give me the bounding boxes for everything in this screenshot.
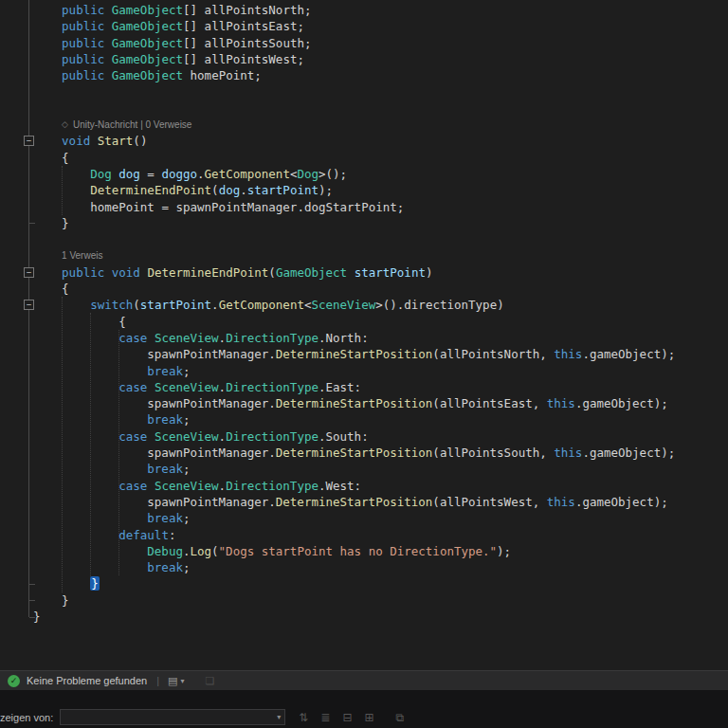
check-circle-icon: ✓: [8, 675, 20, 687]
ide-window: − − − public GameObject[] allPointsNorth…: [0, 0, 728, 728]
toolbar-icons: ⇅≣⊟⊞⧉: [299, 711, 404, 724]
show-from-label: zeigen von:: [0, 712, 53, 723]
bottom-panel: zeigen von: ▾ ⇅≣⊟⊞⧉: [0, 690, 728, 728]
code-line[interactable]: public GameObject homePoint;: [33, 67, 728, 83]
code-line[interactable]: spawnPointManager.DetermineStartPosition…: [33, 346, 728, 362]
code-line[interactable]: default:: [33, 527, 728, 543]
code-line[interactable]: spawnPointManager.DetermineStartPosition…: [33, 445, 728, 461]
sort-icon[interactable]: ⇅: [299, 711, 308, 724]
view-options-icon[interactable]: ▤: [168, 675, 177, 687]
chevron-down-icon: ▾: [277, 713, 281, 721]
codelens[interactable]: ◇Unity-Nachricht | 0 Verweise: [33, 117, 728, 133]
code-line-blank[interactable]: [33, 83, 728, 100]
code-line[interactable]: }: [33, 575, 728, 592]
code-line[interactable]: break;: [33, 363, 728, 379]
code-line[interactable]: public void DetermineEndPoint(GameObject…: [33, 264, 728, 281]
code-line[interactable]: case SceneView.DirectionType.North:: [33, 330, 728, 346]
expand-all-icon[interactable]: ⊞: [364, 711, 373, 724]
code-line[interactable]: void Start(): [33, 133, 728, 149]
problems-bar: ✓ Keine Probleme gefunden | ▤ ▾ ❏: [0, 670, 728, 690]
code-line[interactable]: case SceneView.DirectionType.West:: [33, 478, 728, 494]
code-line[interactable]: {: [33, 150, 728, 166]
codelens[interactable]: 1 Verweis: [33, 247, 728, 264]
problems-status-text[interactable]: Keine Probleme gefunden: [27, 675, 147, 686]
list-view-icon[interactable]: ≣: [320, 711, 330, 724]
code-line[interactable]: public GameObject[] allPointsNorth;: [33, 2, 728, 18]
collapse-all-icon[interactable]: ⊟: [342, 711, 352, 724]
chevron-down-icon[interactable]: ▾: [180, 677, 184, 685]
code-line[interactable]: break;: [33, 461, 728, 477]
code-line[interactable]: case SceneView.DirectionType.South:: [33, 428, 728, 445]
code-line-blank[interactable]: [33, 231, 728, 247]
dock-panel-icon[interactable]: ⧉: [396, 711, 405, 724]
code-line[interactable]: Dog dog = doggo.GetComponent<Dog>();: [33, 166, 728, 182]
code-line-blank[interactable]: [33, 100, 728, 117]
code-line[interactable]: Debug.Log("Dogs startPoint has no Direct…: [33, 543, 728, 559]
code-line[interactable]: public GameObject[] allPointsEast;: [33, 18, 728, 34]
code-line[interactable]: }: [33, 592, 728, 609]
code-line[interactable]: spawnPointManager.DetermineStartPosition…: [33, 494, 728, 510]
code-line[interactable]: break;: [33, 510, 728, 526]
code-line[interactable]: switch(startPoint.GetComponent<SceneView…: [33, 297, 728, 313]
bottom-toolbar: zeigen von: ▾ ⇅≣⊟⊞⧉: [0, 709, 728, 725]
code-line[interactable]: public GameObject[] allPointsWest;: [33, 51, 728, 67]
code-area: public GameObject[] allPointsNorth;publi…: [33, 2, 728, 625]
code-line[interactable]: {: [33, 281, 728, 297]
code-line[interactable]: case SceneView.DirectionType.East:: [33, 379, 728, 395]
code-line[interactable]: homePoint = spawnPointManager.dogStartPo…: [33, 199, 728, 215]
columns-icon[interactable]: ❏: [206, 675, 215, 687]
codelens-text: Unity-Nachricht | 0 Verweise: [73, 117, 191, 133]
code-line[interactable]: break;: [33, 411, 728, 428]
show-from-combobox[interactable]: ▾: [60, 709, 285, 725]
code-line[interactable]: spawnPointManager.DetermineStartPosition…: [33, 395, 728, 411]
codelens-text: 1 Verweis: [62, 247, 102, 264]
code-line[interactable]: break;: [33, 559, 728, 575]
code-editor[interactable]: − − − public GameObject[] allPointsNorth…: [0, 0, 728, 670]
code-line[interactable]: }: [33, 215, 728, 231]
code-line[interactable]: DetermineEndPoint(dog.startPoint);: [33, 182, 728, 198]
code-line[interactable]: {: [33, 314, 728, 330]
code-line[interactable]: }: [33, 609, 728, 625]
code-line[interactable]: public GameObject[] allPointsSouth;: [33, 35, 728, 51]
separator: |: [156, 675, 159, 686]
unity-icon: ◇: [62, 117, 68, 133]
